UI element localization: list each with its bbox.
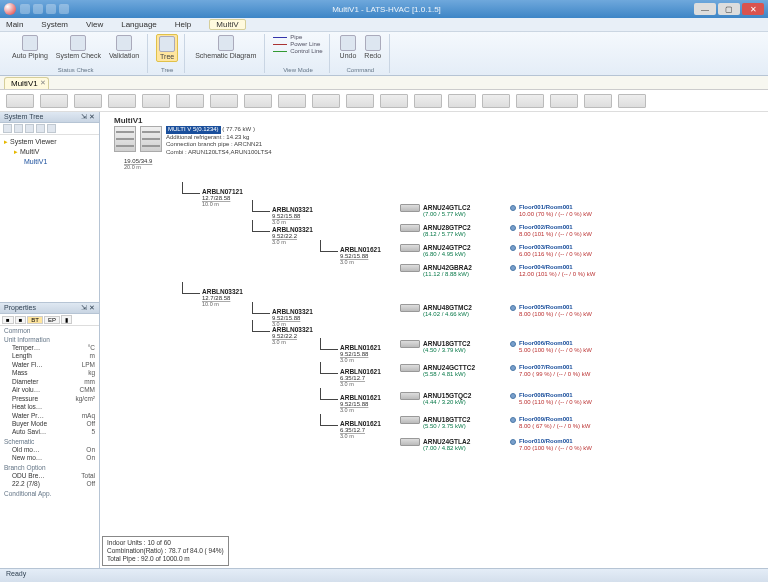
maximize-button[interactable]: ▢ — [718, 3, 740, 15]
pin-icon[interactable]: ⇲ ✕ — [81, 304, 95, 312]
prop-row[interactable]: Heat los… — [4, 403, 99, 411]
pin-icon[interactable]: ⇲ ✕ — [81, 113, 95, 121]
indoor-unit[interactable]: ARNU24GTLA2(7.00 / 4.82 kW) — [400, 438, 470, 452]
qat-save-icon[interactable] — [20, 4, 30, 14]
room-node[interactable]: Floor003/Room0016.00 (116 %) / (-- / 0 %… — [510, 244, 592, 258]
unit-thumb[interactable] — [414, 94, 442, 108]
indoor-unit[interactable]: ARNU28GTPC2(8.12 / 5.77 kW) — [400, 224, 471, 238]
qat-redo-icon[interactable] — [46, 4, 56, 14]
indoor-unit[interactable]: ARNU24GTPC2(6.80 / 4.95 kW) — [400, 244, 471, 258]
prop-row[interactable]: Air volu…CMM — [4, 386, 99, 394]
prop-row[interactable]: Masskg — [4, 369, 99, 377]
tree-button[interactable]: Tree — [156, 34, 178, 62]
room-node[interactable]: Floor009/Room0018.00 ( 67 %) / (-- / 0 %… — [510, 416, 590, 430]
indoor-unit[interactable]: ARNU24GTLC2(7.00 / 5.77 kW) — [400, 204, 470, 218]
prop-row[interactable]: ODU Bre…Total — [4, 472, 99, 480]
branch-node[interactable]: ARBLN033219.52/15.883.0 m — [272, 308, 313, 327]
validation-button[interactable]: Validation — [107, 34, 141, 60]
prop-row[interactable]: Temper…°C — [4, 344, 99, 352]
unit-thumb[interactable] — [278, 94, 306, 108]
unit-thumb[interactable] — [74, 94, 102, 108]
menu-help[interactable]: Help — [175, 20, 191, 29]
unit-thumb[interactable] — [482, 94, 510, 108]
menu-multiv[interactable]: MultiV — [209, 19, 245, 30]
schematic-button[interactable]: Schematic Diagram — [193, 34, 258, 60]
qat-undo-icon[interactable] — [33, 4, 43, 14]
tree-tool-icon[interactable] — [3, 124, 12, 133]
indoor-unit[interactable]: ARNU24GCTTC2(5.58 / 4.81 kW) — [400, 364, 475, 378]
legend-pipe[interactable]: Pipe — [273, 34, 322, 40]
branch-node[interactable]: ARBLN0712112.7/28.5810.0 m — [202, 188, 243, 207]
tree-root[interactable]: System Viewer — [4, 137, 95, 147]
room-node[interactable]: Floor002/Room0018.00 (101 %) / (-- / 0 %… — [510, 224, 592, 238]
system-check-button[interactable]: System Check — [54, 34, 103, 60]
tree-node-multiv1[interactable]: MultiV1 — [4, 157, 95, 166]
prop-row[interactable]: Old mo…On — [4, 446, 99, 454]
unit-thumb[interactable] — [312, 94, 340, 108]
auto-piping-button[interactable]: Auto Piping — [10, 34, 50, 60]
props-tab[interactable]: ▮ — [61, 315, 72, 324]
prop-row[interactable]: Diametermm — [4, 378, 99, 386]
diagram-canvas[interactable]: MultiV1 MULTI V 5(0.1234) ( 77.76 kW ) A… — [100, 112, 768, 568]
branch-node[interactable]: ARBLN016216.35/12.73.0 m — [340, 420, 381, 439]
unit-thumb[interactable] — [448, 94, 476, 108]
unit-thumb[interactable] — [244, 94, 272, 108]
props-tab[interactable]: ■ — [15, 316, 27, 324]
outdoor-unit-block[interactable]: MULTI V 5(0.1234) ( 77.76 kW ) Additiona… — [114, 126, 272, 156]
unit-thumb[interactable] — [584, 94, 612, 108]
props-tab[interactable]: BT — [27, 316, 43, 324]
unit-thumb[interactable] — [176, 94, 204, 108]
tab-multiv1[interactable]: MultiV1 ✕ — [4, 77, 49, 89]
branch-node[interactable]: ARBLN016219.52/15.883.0 m — [340, 394, 381, 413]
unit-thumb[interactable] — [108, 94, 136, 108]
prop-row[interactable]: Auto Savi…5 — [4, 428, 99, 436]
undo-button[interactable]: Undo — [338, 34, 359, 60]
branch-node[interactable]: ARBLN016219.52/15.883.0 m — [340, 344, 381, 363]
unit-thumb[interactable] — [6, 94, 34, 108]
prop-row[interactable]: 22.2 (7/8)Off — [4, 480, 99, 488]
props-tab[interactable]: ■ — [2, 316, 14, 324]
room-node[interactable]: Floor001/Room00110.00 (70 %) / (-- / 0 %… — [510, 204, 592, 218]
legend-power[interactable]: Power Line — [273, 41, 322, 47]
indoor-unit[interactable]: ARNU18GTTC2(4.50 / 3.79 kW) — [400, 340, 470, 354]
menu-system[interactable]: System — [41, 20, 68, 29]
unit-thumb[interactable] — [346, 94, 374, 108]
branch-node[interactable]: ARBLN016219.52/15.883.0 m — [340, 246, 381, 265]
redo-button[interactable]: Redo — [362, 34, 383, 60]
unit-thumb[interactable] — [40, 94, 68, 108]
room-node[interactable]: Floor005/Room0018.00 (100 %) / (-- / 0 %… — [510, 304, 592, 318]
prop-row[interactable]: Lengthm — [4, 352, 99, 360]
branch-node[interactable]: ARBLN033219.52/22.23.0 m — [272, 326, 313, 345]
app-orb-icon[interactable] — [4, 3, 16, 15]
room-node[interactable]: Floor008/Room0015.00 (110 %) / (-- / 0 %… — [510, 392, 592, 406]
room-node[interactable]: Floor010/Room0017.00 (100 %) / (-- / 0 %… — [510, 438, 592, 452]
room-node[interactable]: Floor007/Room0017.00 ( 99 %) / (-- / 0 %… — [510, 364, 590, 378]
indoor-unit[interactable]: ARNU42GBRA2(11.12 / 8.88 kW) — [400, 264, 472, 278]
tree-tool-icon[interactable] — [47, 124, 56, 133]
prop-row[interactable]: Pressurekg/cm² — [4, 395, 99, 403]
props-tab[interactable]: EP — [44, 316, 60, 324]
indoor-unit[interactable]: ARNU15GTQC2(4.44 / 3.20 kW) — [400, 392, 471, 406]
unit-thumb[interactable] — [142, 94, 170, 108]
branch-node[interactable]: ARBLN033219.52/15.883.0 m — [272, 206, 313, 225]
menu-language[interactable]: Language — [121, 20, 157, 29]
prop-row[interactable]: Water Pr…mAq — [4, 412, 99, 420]
prop-row[interactable]: Buyer ModeOff — [4, 420, 99, 428]
menu-view[interactable]: View — [86, 20, 103, 29]
indoor-unit[interactable]: ARNU18GTTC2(5.50 / 3.75 kW) — [400, 416, 470, 430]
prop-row[interactable]: Water Fl…LPM — [4, 361, 99, 369]
branch-node[interactable]: ARBLN016216.35/12.73.0 m — [340, 368, 381, 387]
unit-thumb[interactable] — [550, 94, 578, 108]
room-node[interactable]: Floor006/Room0015.00 (100 %) / (-- / 0 %… — [510, 340, 592, 354]
tab-close-icon[interactable]: ✕ — [40, 79, 46, 87]
prop-row[interactable]: New mo…On — [4, 454, 99, 462]
unit-thumb[interactable] — [516, 94, 544, 108]
room-node[interactable]: Floor004/Room00112.00 (101 %) / (-- / 0 … — [510, 264, 595, 278]
unit-thumb[interactable] — [380, 94, 408, 108]
branch-node[interactable]: ARBLN033219.52/22.23.0 m — [272, 226, 313, 245]
close-button[interactable]: ✕ — [742, 3, 764, 15]
branch-node[interactable]: ARBLN0332112.7/28.5810.0 m — [202, 288, 243, 307]
tree-tool-icon[interactable] — [25, 124, 34, 133]
tree-tool-icon[interactable] — [14, 124, 23, 133]
qat-more-icon[interactable] — [59, 4, 69, 14]
